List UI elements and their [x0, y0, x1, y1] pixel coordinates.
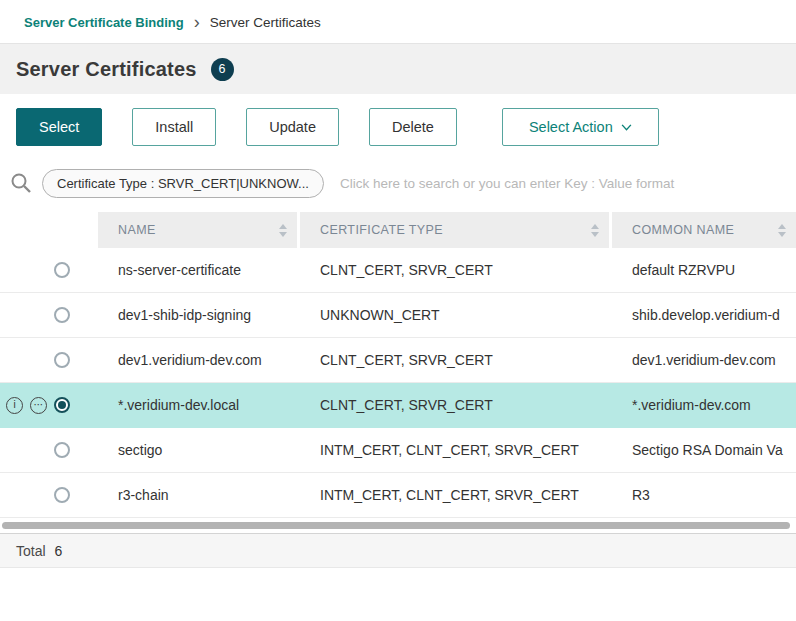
- breadcrumb: Server Certificate Binding › Server Cert…: [0, 0, 796, 44]
- column-header-common-name-label: COMMON NAME: [632, 223, 734, 237]
- row-actions: i ⋯: [6, 397, 47, 414]
- column-header-select: [0, 212, 98, 248]
- row-select-cell: i ⋯: [0, 307, 98, 324]
- table-row[interactable]: i ⋯ dev1.veridium-dev.com CLNT_CERT, SRV…: [0, 338, 796, 383]
- sort-up-icon: [778, 224, 786, 229]
- row-radio[interactable]: [54, 442, 70, 458]
- install-button[interactable]: Install: [132, 108, 216, 146]
- row-radio[interactable]: [54, 352, 70, 368]
- cell-common-name: *.veridium-dev.com: [612, 397, 796, 413]
- row-radio[interactable]: [54, 307, 70, 323]
- row-select-cell: i ⋯: [0, 262, 98, 279]
- cell-name: ns-server-certificate: [98, 262, 300, 278]
- delete-button[interactable]: Delete: [369, 108, 457, 146]
- select-action-dropdown[interactable]: Select Action: [502, 108, 659, 146]
- sort-icons: [778, 224, 786, 237]
- update-button[interactable]: Update: [246, 108, 339, 146]
- select-button[interactable]: Select: [16, 108, 102, 146]
- info-icon[interactable]: i: [6, 397, 23, 414]
- sort-icons: [591, 224, 599, 237]
- server-certificates-page: Server Certificate Binding › Server Cert…: [0, 0, 796, 568]
- column-header-common-name[interactable]: COMMON NAME: [612, 212, 796, 248]
- row-select-cell: i ⋯: [0, 397, 98, 414]
- row-select-cell: i ⋯: [0, 352, 98, 369]
- column-header-certificate-type[interactable]: CERTIFICATE TYPE: [300, 212, 609, 248]
- sort-down-icon: [279, 232, 287, 237]
- chevron-down-icon: [621, 124, 632, 131]
- cell-certificate-type: CLNT_CERT, SRVR_CERT: [300, 352, 612, 368]
- cell-name: dev1-shib-idp-signing: [98, 307, 300, 323]
- search-input[interactable]: Click here to search or you can enter Ke…: [340, 176, 780, 191]
- sort-up-icon: [591, 224, 599, 229]
- cell-name: *.veridium-dev.local: [98, 397, 300, 413]
- breadcrumb-link-server-certificate-binding[interactable]: Server Certificate Binding: [24, 15, 184, 30]
- sort-down-icon: [591, 232, 599, 237]
- cell-common-name: shib.develop.veridium-d: [612, 307, 796, 323]
- breadcrumb-separator-icon: ›: [194, 13, 200, 31]
- sort-down-icon: [778, 232, 786, 237]
- more-actions-icon[interactable]: ⋯: [30, 397, 47, 414]
- cell-certificate-type: CLNT_CERT, SRVR_CERT: [300, 262, 612, 278]
- cell-name: r3-chain: [98, 487, 300, 503]
- table-row[interactable]: i ⋯ r3-chain INTM_CERT, CLNT_CERT, SRVR_…: [0, 473, 796, 518]
- count-badge: 6: [211, 58, 234, 81]
- column-header-name-label: NAME: [118, 223, 156, 237]
- table-row[interactable]: i ⋯ sectigo INTM_CERT, CLNT_CERT, SRVR_C…: [0, 428, 796, 473]
- sort-up-icon: [279, 224, 287, 229]
- page-title: Server Certificates: [16, 58, 197, 81]
- cell-certificate-type: CLNT_CERT, SRVR_CERT: [300, 397, 612, 413]
- cell-certificate-type: INTM_CERT, CLNT_CERT, SRVR_CERT: [300, 442, 612, 458]
- row-select-cell: i ⋯: [0, 487, 98, 504]
- sort-icons: [279, 224, 287, 237]
- breadcrumb-current: Server Certificates: [210, 15, 321, 30]
- table-row[interactable]: i ⋯ ns-server-certificate CLNT_CERT, SRV…: [0, 248, 796, 293]
- total-label: Total: [16, 543, 46, 559]
- scrollbar-thumb[interactable]: [2, 522, 790, 529]
- row-radio[interactable]: [54, 262, 70, 278]
- table-row[interactable]: i ⋯ *.veridium-dev.local CLNT_CERT, SRVR…: [0, 383, 796, 428]
- server-certificates-table: NAME CERTIFICATE TYPE COMMON NAME i ⋯ ns…: [0, 212, 796, 518]
- column-header-name[interactable]: NAME: [98, 212, 297, 248]
- cell-common-name: default RZRVPU: [612, 262, 796, 278]
- cell-name: dev1.veridium-dev.com: [98, 352, 300, 368]
- cell-certificate-type: UNKNOWN_CERT: [300, 307, 612, 323]
- toolbar: Select Install Update Delete Select Acti…: [0, 94, 796, 160]
- cell-common-name: Sectigo RSA Domain Va: [612, 442, 796, 458]
- column-header-certificate-type-label: CERTIFICATE TYPE: [320, 223, 443, 237]
- horizontal-scrollbar[interactable]: [0, 521, 796, 530]
- table-header-row: NAME CERTIFICATE TYPE COMMON NAME: [0, 212, 796, 248]
- filter-chip-certificate-type[interactable]: Certificate Type : SRVR_CERT|UNKNOW...: [42, 169, 324, 198]
- table-body: i ⋯ ns-server-certificate CLNT_CERT, SRV…: [0, 248, 796, 518]
- search-bar: Certificate Type : SRVR_CERT|UNKNOW... C…: [0, 160, 796, 206]
- cell-name: sectigo: [98, 442, 300, 458]
- row-select-cell: i ⋯: [0, 442, 98, 459]
- row-radio[interactable]: [54, 487, 70, 503]
- select-action-label: Select Action: [529, 119, 613, 135]
- total-value: 6: [55, 543, 63, 559]
- row-radio[interactable]: [54, 397, 70, 413]
- title-bar: Server Certificates 6: [0, 44, 796, 94]
- search-icon: [10, 172, 32, 194]
- table-footer: Total 6: [0, 533, 796, 568]
- table-row[interactable]: i ⋯ dev1-shib-idp-signing UNKNOWN_CERT s…: [0, 293, 796, 338]
- cell-common-name: R3: [612, 487, 796, 503]
- cell-certificate-type: INTM_CERT, CLNT_CERT, SRVR_CERT: [300, 487, 612, 503]
- cell-common-name: dev1.veridium-dev.com: [612, 352, 796, 368]
